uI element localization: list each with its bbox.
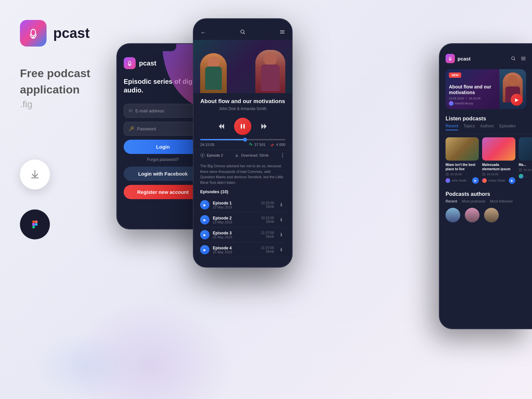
phone3-search-icon[interactable] (511, 56, 516, 61)
listen-tabs: Recent Topics Authors Episodes (440, 124, 532, 134)
episode-row: ▶ Episode 3 25 May 2019 21:37:00 16mb ⬇ (200, 227, 285, 242)
svg-point-6 (35, 223, 38, 226)
password-input[interactable]: 🔑 Password (124, 122, 202, 136)
tagline-line1: Free podcast (20, 66, 126, 80)
player-title-area: About flow and our motivations John Doe … (194, 93, 292, 114)
svg-point-0 (31, 29, 36, 36)
progress-fill (200, 139, 247, 140)
email-icon: ✉ (129, 108, 133, 113)
ep1-download-button[interactable]: ⬇ (277, 201, 285, 209)
tagline-area: Free podcast application .fig (20, 66, 126, 110)
ep1-play-button[interactable]: ▶ (200, 200, 209, 209)
likes-count: 37 501 (254, 143, 266, 147)
progress-area: 24:15:05 37 501 4 000 (194, 139, 292, 150)
episodes-title: Episodes (10) (200, 189, 285, 194)
ep3-info: Episode 3 25 May 2019 (213, 231, 258, 239)
svg-point-17 (282, 157, 283, 158)
listen-podcasts-title: Listen podcasts (440, 112, 532, 124)
podcast-thumb-3 (519, 137, 532, 161)
authors-tab-most-followed[interactable]: Most followed (490, 199, 512, 203)
ep1-size: 10mb (261, 205, 274, 208)
podcast-card-2-title: Malesuada elementum ipsum (482, 163, 515, 171)
app-name: pcast (53, 25, 90, 41)
progress-bar[interactable] (200, 139, 285, 140)
register-button[interactable]: Register new account (124, 185, 202, 199)
ep1-duration: 10:15:00 (261, 201, 274, 205)
tagline-line3: .fig (20, 99, 126, 110)
podcast-thumb-2 (482, 137, 515, 161)
ep4-date: 25 May 2019 (213, 250, 258, 254)
featured-duration: 24:15:05 (469, 97, 480, 100)
author-item-1 (446, 208, 460, 222)
download-label-area: Download: 50mb (234, 153, 269, 158)
thumb-building-img (446, 137, 479, 161)
author-1-avatar (446, 208, 460, 222)
podcast-card-3-author-row: ... ▶ (519, 173, 532, 180)
ep2-size: 10mb (261, 220, 274, 223)
phone3-menu-icon[interactable] (521, 56, 526, 61)
svg-rect-12 (241, 124, 242, 129)
featured-play-button[interactable]: ▶ (511, 94, 523, 106)
facebook-login-button[interactable]: Login with Facebook (124, 167, 202, 181)
tab-episodes[interactable]: Episodes (499, 124, 515, 130)
featured-author-name: Harold Mccoy (455, 102, 473, 105)
progress-indicator (243, 138, 247, 142)
svg-rect-4 (35, 220, 38, 223)
email-input[interactable]: ✉ E-mail address (124, 104, 202, 118)
ep1-info: Episode 1 23 May 2019 (213, 201, 258, 209)
search-button[interactable] (240, 29, 246, 37)
pc1-play-button[interactable]: ▶ (472, 177, 479, 184)
phone1-notch (150, 44, 176, 51)
pc3-duration: 24:15:05 (523, 168, 532, 172)
authors-tab-most-podcasts[interactable]: Most podcasts (462, 199, 485, 203)
phone3-header-icons (511, 56, 526, 61)
thumb-dark-img (519, 137, 532, 161)
ep2-download-button[interactable]: ⬇ (277, 216, 285, 224)
ep4-size: 16mb (261, 250, 274, 253)
phone1-logo-icon (124, 57, 136, 69)
more-options-icon[interactable] (280, 153, 285, 158)
phone3-notch (472, 44, 499, 51)
tab-recent[interactable]: Recent (446, 124, 458, 130)
pc2-play-button[interactable]: ▶ (509, 177, 515, 184)
ep1-date: 23 May 2019 (213, 205, 258, 209)
forward-button[interactable] (258, 120, 270, 132)
svg-point-8 (129, 61, 131, 65)
tab-authors[interactable]: Authors (480, 124, 494, 130)
ep4-duration: 21:37:00 (261, 246, 274, 250)
ep3-name: Episode 3 (213, 231, 258, 235)
rewind-button[interactable] (215, 120, 227, 132)
ep3-play-button[interactable]: ▶ (200, 230, 209, 239)
podcast-card-2-meta: 24:15:05 (482, 173, 515, 176)
figma-icon (28, 218, 42, 231)
login-button[interactable]: Login (124, 140, 202, 154)
download-button[interactable] (20, 160, 50, 190)
ep4-play-button[interactable]: ▶ (200, 245, 209, 254)
player-controls (194, 114, 292, 139)
ep3-download-button[interactable]: ⬇ (277, 231, 285, 239)
episode-row: ▶ Episode 1 23 May 2019 10:15:00 10mb ⬇ (200, 198, 285, 212)
podcast-card-3-meta: 24:15:05 (519, 168, 532, 172)
featured-author-avatar (449, 101, 454, 106)
forgot-password-link[interactable]: Forgot password? (124, 157, 202, 162)
ep2-meta: 10:15:00 10mb (261, 216, 274, 223)
svg-rect-3 (32, 220, 35, 223)
tab-topics[interactable]: Topics (464, 124, 475, 130)
current-episode-label: Episode 2 (207, 153, 223, 157)
figma-button[interactable] (20, 209, 50, 239)
ep4-meta: 21:37:00 16mb (261, 246, 274, 253)
authors-tab-recent[interactable]: Recent (446, 199, 457, 203)
pause-button[interactable] (234, 118, 251, 135)
menu-button[interactable] (279, 29, 285, 37)
ep2-play-button[interactable]: ▶ (200, 215, 209, 224)
svg-rect-13 (243, 124, 245, 129)
ep4-download-button[interactable]: ⬇ (277, 246, 285, 254)
featured-new-badge: NEW (449, 72, 461, 78)
phone3-logo-icon (446, 54, 455, 63)
download-icon (29, 169, 41, 181)
author-item-3 (484, 208, 499, 222)
download-label: Download: 50mb (241, 153, 269, 157)
featured-card: NEW About flow and our motivations 23.05… (446, 69, 526, 109)
likes-stat: 37 501 (248, 142, 266, 147)
back-button[interactable]: ← (200, 29, 206, 36)
